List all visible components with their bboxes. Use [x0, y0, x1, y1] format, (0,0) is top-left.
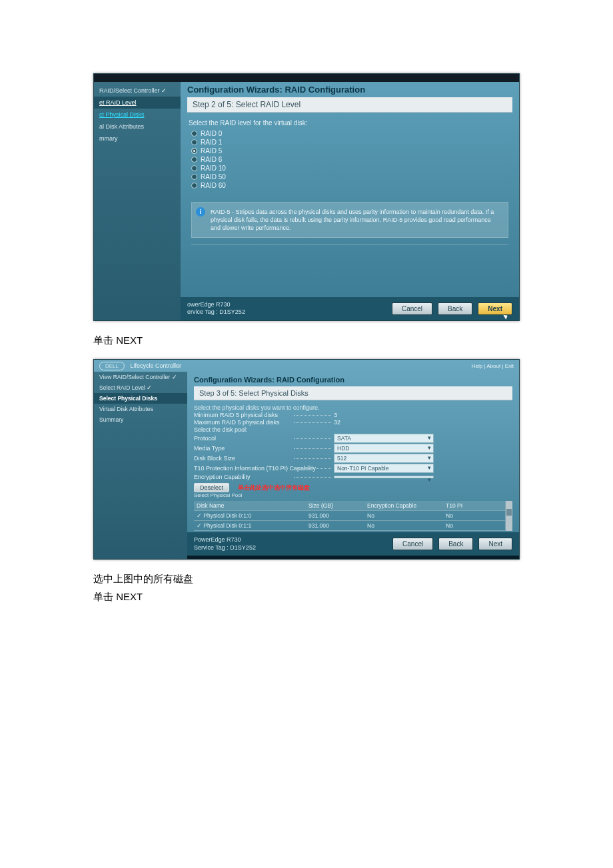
cell: No — [364, 511, 443, 520]
info-panel: i RAID-5 - Stripes data across the physi… — [191, 202, 508, 238]
service-tag: ervice Tag : D1SY252 — [187, 308, 386, 316]
media-type-label: Media Type — [194, 445, 334, 452]
model-label: owerEdge R730 — [187, 301, 386, 309]
sidebar-item-summary: Summary — [94, 414, 187, 425]
page-title: Configuration Wizards: RAID Configuratio… — [187, 85, 512, 95]
app-header: DELL Lifecycle Controller Help | About |… — [94, 360, 519, 372]
sidebar-item-raid-level[interactable]: Select RAID Level — [94, 382, 187, 393]
col-size: Size (GB) — [306, 501, 364, 510]
encryption-label: Encryption Capability — [194, 474, 334, 480]
block-size-label: Disk Block Size — [194, 455, 334, 462]
cell: No — [364, 521, 443, 530]
cell: 931.000 — [306, 511, 364, 520]
back-button[interactable]: Back — [438, 302, 472, 315]
divider — [191, 244, 508, 245]
max-disks-label: Maximum RAID 5 physical disks — [194, 419, 334, 426]
annotation-text: 单击此处选中选中所有磁盘 — [238, 484, 310, 491]
model-label: PowerEdge R730 — [194, 536, 387, 544]
info-text: RAID-5 - Stripes data across the physica… — [211, 209, 494, 231]
sidebar-item-raid-level[interactable]: et RAID Level — [94, 97, 181, 109]
col-encryption: Encryption Capable — [364, 501, 443, 510]
encryption-select[interactable] — [334, 476, 434, 478]
sidebar-item-controller[interactable]: RAID/Select Controller — [94, 85, 181, 97]
table-row[interactable]: ✓ Physical Disk 0:1:1 931.000 No No — [194, 521, 505, 531]
dell-logo: DELL — [99, 362, 125, 370]
cell: ✓ Physical Disk 0:1:1 — [194, 521, 306, 530]
min-disks-label: Minimum RAID 5 physical disks — [194, 412, 334, 418]
deselect-button[interactable]: Deselect — [194, 483, 229, 492]
block-size-select[interactable]: 512 — [334, 454, 434, 463]
protocol-select[interactable]: SATA — [334, 434, 434, 443]
pool-label: Select the disk pool: — [194, 426, 334, 433]
sidebar-item-phys-disks[interactable]: ct Physical Disks — [94, 109, 181, 121]
screenshot-2: DELL Lifecycle Controller Help | About |… — [93, 359, 520, 560]
app-title: Lifecycle Controller — [131, 362, 182, 369]
raid-level-label: Select the RAID level for the virtual di… — [189, 119, 511, 127]
table-header: Disk Name Size (GB) Encryption Capable T… — [194, 501, 505, 511]
sidebar-item-controller[interactable]: View RAID/Select Controller — [94, 372, 187, 382]
intro-label: Select the physical disks you want to co… — [194, 404, 512, 411]
radio-raid5[interactable]: RAID 5 — [189, 147, 511, 155]
bottom-bar — [187, 556, 519, 559]
radio-raid1[interactable]: RAID 1 — [189, 138, 511, 147]
radio-raid10[interactable]: RAID 10 — [189, 164, 511, 173]
sidebar-item-phys-disks[interactable]: Select Physical Disks — [94, 393, 187, 404]
max-disks-value: 32 — [334, 419, 340, 426]
window-topbar — [94, 74, 519, 82]
step-label: Step 3 of 5: Select Physical Disks — [194, 386, 512, 400]
select-pool-label: Select Physical Pool — [194, 492, 512, 498]
wizard-sidebar: RAID/Select Controller et RAID Level ct … — [94, 74, 181, 320]
radio-raid60[interactable]: RAID 60 — [189, 181, 511, 190]
radio-raid6[interactable]: RAID 6 — [189, 155, 511, 164]
table-scrollbar[interactable] — [505, 501, 512, 531]
cancel-button[interactable]: Cancel — [392, 302, 432, 315]
next-button[interactable]: Next — [478, 538, 512, 550]
sidebar-item-disk-attributes: Virtual Disk Attributes — [94, 404, 187, 414]
t10pi-select[interactable]: Non-T10 PI Capable — [334, 464, 434, 473]
cell: 931.000 — [306, 521, 364, 530]
step-label: Step 2 of 5: Select RAID Level — [187, 97, 512, 113]
caption-2a: 选中上图中的所有磁盘 — [93, 573, 520, 586]
disk-table: Disk Name Size (GB) Encryption Capable T… — [194, 501, 512, 531]
sidebar-item-disk-attributes: al Disk Attributes — [94, 121, 181, 133]
info-icon: i — [196, 207, 205, 217]
back-button[interactable]: Back — [438, 538, 473, 550]
sidebar-item-summary: mmary — [94, 133, 181, 145]
table-row[interactable]: ✓ Physical Disk 0:1:0 931.000 No No — [194, 511, 505, 521]
cell: No — [443, 511, 505, 520]
col-disk-name: Disk Name — [194, 501, 306, 510]
cell: ✓ Physical Disk 0:1:0 — [194, 511, 306, 520]
screenshot-1: RAID/Select Controller et RAID Level ct … — [93, 73, 520, 321]
radio-raid0[interactable]: RAID 0 — [189, 129, 511, 138]
next-button[interactable]: Next — [478, 302, 512, 315]
cell: No — [443, 521, 505, 530]
wizard-sidebar: View RAID/Select Controller Select RAID … — [94, 372, 187, 559]
header-links[interactable]: Help | About | Exit — [472, 363, 514, 369]
radio-raid50[interactable]: RAID 50 — [189, 173, 511, 181]
caption-2b: 单击 NEXT — [93, 591, 520, 604]
t10pi-label: T10 Protection Information (T10 PI) Capa… — [194, 465, 334, 472]
col-t10pi: T10 PI — [443, 501, 505, 510]
caption-1: 单击 NEXT — [93, 334, 520, 347]
min-disks-value: 3 — [334, 412, 337, 418]
service-tag: Service Tag : D1SY252 — [194, 544, 387, 552]
scrollbar-thumb[interactable] — [506, 509, 512, 516]
page-title: Configuration Wizards: RAID Configuratio… — [194, 376, 512, 384]
cancel-button[interactable]: Cancel — [392, 538, 433, 550]
protocol-label: Protocol — [194, 435, 334, 442]
media-type-select[interactable]: HDD — [334, 444, 434, 453]
